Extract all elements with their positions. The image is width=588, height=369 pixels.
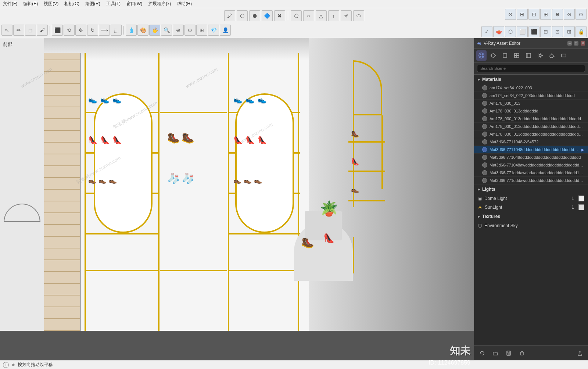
mat-item-12[interactable]: Mat3d66-771dddawdddddddddddddddddddddddd… [474,177,588,184]
dome-light-swatch[interactable] [578,196,584,201]
mat-item-2[interactable]: Am178_030_013 [474,100,588,107]
ae-tab-output[interactable] [559,50,569,61]
ae-tab-teapot[interactable] [547,50,557,61]
toolbar-btn-5[interactable]: ✖ [274,10,285,21]
ae-tab-textures[interactable] [512,50,522,61]
toolbar-btn-2[interactable]: ⬡ [237,10,248,21]
ae-footer-open[interactable] [491,349,500,358]
mat-item-9[interactable]: Mat3d66-771048dddddddddddddddddddddddddd… [474,154,588,161]
menu-tools[interactable]: 工具(T) [106,1,121,7]
toolbar-btn-8[interactable]: △ [316,10,327,21]
menu-camera[interactable]: 相机(C) [64,1,79,7]
vray-render4[interactable]: ⊟ [540,26,551,37]
asset-editor-panel: ⊕ V-Ray Asset Editor – □ ✕ [474,38,588,360]
rect-tool[interactable]: ⬛ [52,25,63,36]
ae-minimize-btn[interactable]: – [567,41,572,46]
vray-btn-6[interactable]: ⊗ [564,9,575,20]
texture-item-env[interactable]: ⬡ Environment Sky [474,221,588,230]
menu-view[interactable]: 视图(V) [44,1,58,7]
vray-render3[interactable]: ⬛ [528,26,539,37]
mat-item-8[interactable]: Mat3d66-7711048ddddddddddddddddddddddddd… [474,146,588,154]
materials-section-header[interactable]: ▶ Materials [474,75,588,84]
vray-check[interactable]: ✓ [481,26,492,37]
vray-btn-4[interactable]: ⊞ [540,9,551,20]
toolbar-btn-1[interactable]: 🖊 [224,10,235,21]
next-tool[interactable]: 💎 [208,25,219,36]
toolbar-btn-3[interactable]: ⬢ [249,10,260,21]
vray-teapot[interactable]: 🫖 [493,26,504,37]
toolbar-btn-7[interactable]: ○ [303,10,314,21]
ae-footer-refresh[interactable] [478,349,487,358]
eyedrop-tool[interactable]: 💧 [126,25,137,36]
menu-window[interactable]: 窗口(W) [126,1,142,7]
textures-section-header[interactable]: ▶ Textures [474,212,588,221]
orbit-tool[interactable]: 🖐 [149,25,160,36]
vray-btn-3[interactable]: ⊡ [528,9,539,20]
vray-btn-2[interactable]: ⊞ [517,9,528,20]
ae-footer-upload[interactable] [576,349,584,358]
pan-tool[interactable]: ⊕ [173,25,184,36]
mat-item-10[interactable]: Mat3d66-771048awdddddddddddddddddddddddd… [474,161,588,169]
toolbar-btn-9[interactable]: ↑ [328,10,339,21]
user-tool[interactable]: 👤 [220,25,231,36]
rotate-tool[interactable]: ↻ [87,25,98,36]
zoom-tool[interactable]: 🔍 [161,25,172,36]
scale-tool[interactable]: ⟹ [99,25,110,36]
light-item-dome[interactable]: ◉ Dome Light 1 [474,194,588,203]
mat-item-3[interactable]: Am178_030_013dddddddd [474,107,588,115]
menu-draw[interactable]: 绘图(R) [85,1,100,7]
vray-btn-7[interactable]: ⊙ [576,9,587,20]
toolbar-btn-10[interactable]: ✳ [341,10,352,21]
vray-render1[interactable]: ⬡ [505,26,516,37]
ae-footer-save[interactable] [504,349,513,358]
eraser-tool[interactable]: ◻ [25,25,36,36]
move-tool[interactable]: ✥ [75,25,86,36]
pencil-tool[interactable]: ✏ [13,25,24,36]
menu-extensions[interactable]: 扩展程序(x) [148,1,171,7]
ae-tab-materials[interactable] [476,50,487,61]
mat-item-1[interactable]: am174_set34_022_003ddddddddddddddddddd [474,92,588,100]
menu-file[interactable]: 文件(F) [3,1,17,7]
mat-item-11[interactable]: Mat3d66-771dddawdadadadadaddddddddddddd1… [474,169,588,177]
ae-tab-settings[interactable] [535,50,545,61]
ae-tab-render[interactable] [523,50,534,61]
ae-search-input[interactable] [477,65,585,72]
prev-tool[interactable]: ⊞ [196,25,207,36]
statusbar: i ⊕ 按方向拖动以平移 [0,360,588,369]
vray-render6[interactable]: ⊞ [564,26,575,37]
ae-footer-delete[interactable] [517,349,526,358]
vray-btn-1[interactable]: ⊙ [505,9,516,20]
sun-light-swatch[interactable] [578,204,584,210]
circle-tool[interactable]: ⟲ [64,25,75,36]
viewport[interactable]: 前部 [0,38,474,360]
walk-tool[interactable]: ⊙ [184,25,196,36]
mat-item-6[interactable]: Am178_030_013ddddddddddddddddddddddddddd… [474,130,588,138]
mat-item-4[interactable]: Am178_030_013ddddddddddddddddddddddddddd [474,115,588,123]
ae-tab-geometry[interactable] [500,50,510,61]
mat-item-5[interactable]: Am178_030_013ddddddddddddddddddddddddddd… [474,123,588,130]
mat-name-11: Mat3d66-771dddawdadadadadaddddddddddddd1… [490,171,584,175]
toolbar-btn-4[interactable]: 🔷 [262,10,273,21]
ae-content[interactable]: ▶ Materials am174_set34_022_003 am174_se… [474,75,588,345]
ae-close-btn[interactable]: ✕ [581,41,585,46]
select-tool[interactable]: ↖ [1,25,12,36]
vray-btn-5[interactable]: ⊕ [552,9,563,20]
mat-arrow-8: ▶ [581,148,584,152]
mat-item-7[interactable]: Mat3d66-7711048-2-54572 [474,138,588,146]
mirror-tool[interactable]: ⬚ [111,25,122,36]
toolbar-btn-6[interactable]: ⬠ [291,10,302,21]
mat-item-0[interactable]: am174_set34_022_003 [474,84,588,92]
lights-section-header[interactable]: ▶ Lights [474,184,588,194]
toolbar-btn-11[interactable]: ⬭ [353,10,364,21]
paint-tool[interactable]: 🖌 [37,25,48,36]
menu-help[interactable]: 帮助(H) [177,1,192,7]
vray-render2[interactable]: ⬜ [517,26,528,37]
menu-edit[interactable]: 编辑(E) [23,1,38,7]
vray-render5[interactable]: ⊡ [552,26,563,37]
vray-lock[interactable]: 🔒 [576,26,587,37]
ae-tab-lights[interactable] [488,50,498,61]
texture-tool[interactable]: 🎨 [137,25,148,36]
ae-restore-btn[interactable]: □ [574,41,578,46]
svg-rect-16 [562,54,566,57]
light-item-sun[interactable]: ☀ SunLight 1 [474,203,588,212]
